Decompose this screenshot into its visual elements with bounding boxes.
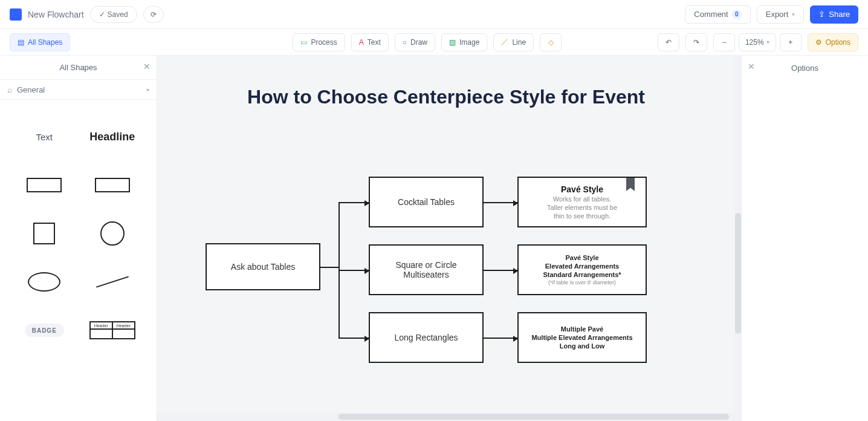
headline-sample: Headline xyxy=(89,131,135,143)
options-chip[interactable]: ⚙ Options xyxy=(808,33,858,51)
options-panel: ✕ Options xyxy=(741,56,868,421)
draw-icon: ○ xyxy=(403,38,407,47)
connector-arrow xyxy=(484,202,517,203)
node-pave-elevated-standard[interactable]: Pavé Style Elevated Arrangements Standar… xyxy=(517,244,647,295)
tool-line[interactable]: ／ Line xyxy=(493,33,534,51)
node-long-rectangles[interactable]: Long Rectangles xyxy=(369,312,484,363)
shape-table[interactable]: Header Header xyxy=(84,314,141,347)
process-icon: ▭ xyxy=(300,38,307,47)
share-button[interactable]: ⇪ Share xyxy=(810,5,858,24)
connector-arrow xyxy=(338,338,369,339)
shapes-panel: All Shapes ✕ ⌕ ▾ Text Headline BADGE Hea… xyxy=(0,56,157,421)
shape-text[interactable]: Text xyxy=(16,120,73,153)
node-footnote: (*if table is over 8' diameter) xyxy=(548,279,616,286)
node-line: Works for all tables. xyxy=(553,195,611,203)
document-title[interactable]: New Flowchart xyxy=(28,10,84,19)
image-icon: ▧ xyxy=(449,38,456,47)
zoom-value: 125% xyxy=(745,38,764,47)
zoom-in-button[interactable]: + xyxy=(780,33,802,51)
misc-icon: ◇ xyxy=(548,38,554,47)
shape-square[interactable] xyxy=(16,217,73,250)
comment-button[interactable]: Comment 0 xyxy=(685,5,750,24)
comment-count-badge: 0 xyxy=(732,10,742,19)
tool-process[interactable]: ▭ Process xyxy=(293,33,345,51)
shapes-icon: ▤ xyxy=(18,38,24,47)
close-icon[interactable]: ✕ xyxy=(143,62,151,71)
shape-search-input[interactable] xyxy=(17,85,141,94)
vertical-scrollbar[interactable] xyxy=(735,213,741,334)
table-header-b: Header xyxy=(112,322,135,329)
export-button[interactable]: Export ▾ xyxy=(757,5,805,24)
connector-arrow xyxy=(338,270,369,271)
node-square-circle[interactable]: Square or Circle Multiseaters xyxy=(369,244,484,295)
chevron-down-icon[interactable]: ▾ xyxy=(146,86,149,93)
node-label: Long Rectangles xyxy=(394,333,458,342)
tool-draw[interactable]: ○ Draw xyxy=(395,33,435,51)
canvas-area[interactable]: How to Choose Centerpiece Style for Even… xyxy=(157,56,741,421)
shape-headline[interactable]: Headline xyxy=(84,120,141,153)
node-label: Ask about Tables xyxy=(231,262,295,272)
undo-button[interactable]: ↶ xyxy=(658,33,679,51)
tool-misc[interactable]: ◇ xyxy=(540,33,562,51)
line-icon: ／ xyxy=(501,37,508,47)
node-label: Cocktail Tables xyxy=(398,197,455,207)
node-ask-tables[interactable]: Ask about Tables xyxy=(206,243,320,290)
shapes-panel-header: All Shapes ✕ xyxy=(0,56,157,80)
shape-ellipse[interactable] xyxy=(16,266,73,298)
connector-arrow xyxy=(338,202,369,203)
draw-label: Draw xyxy=(410,38,427,47)
export-label: Export xyxy=(766,10,789,19)
connector-arrow xyxy=(484,270,517,271)
text-sample: Text xyxy=(36,132,53,142)
node-line: Elevated Arrangements xyxy=(545,263,619,270)
shape-badge[interactable]: BADGE xyxy=(16,314,73,347)
canvas[interactable]: How to Choose Centerpiece Style for Even… xyxy=(157,56,735,413)
undo-icon: ↶ xyxy=(666,38,672,47)
refresh-icon: ⟳ xyxy=(151,10,157,19)
share-icon: ⇪ xyxy=(818,10,825,19)
shapes-panel-title: All Shapes xyxy=(59,63,97,72)
saved-indicator: ✓ Saved xyxy=(90,6,137,23)
saved-label: Saved xyxy=(108,10,128,19)
node-pave-style[interactable]: Pavé Style Works for all tables. Taller … xyxy=(517,177,647,227)
node-line: thin to see through. xyxy=(554,212,611,220)
shape-palette: Text Headline BADGE Header Header xyxy=(0,100,157,367)
node-line: Multiple Pavé xyxy=(561,325,603,333)
node-cocktail-tables[interactable]: Cocktail Tables xyxy=(369,177,484,227)
shape-rectangle-alt[interactable] xyxy=(84,169,141,201)
zoom-display[interactable]: 125% ▾ xyxy=(739,33,776,51)
options-panel-title: Options xyxy=(791,64,818,73)
diagram-title[interactable]: How to Choose Centerpiece Style for Even… xyxy=(157,86,735,108)
gear-icon: ⚙ xyxy=(815,38,822,47)
shape-rectangle[interactable] xyxy=(16,169,73,201)
toolbar: ▤ All Shapes ▭ Process A Text ○ Draw ▧ I… xyxy=(0,29,868,56)
shape-line[interactable] xyxy=(84,266,141,298)
search-icon: ⌕ xyxy=(7,85,12,94)
all-shapes-chip[interactable]: ▤ All Shapes xyxy=(10,33,70,51)
check-icon: ✓ xyxy=(99,10,105,19)
close-icon[interactable]: ✕ xyxy=(748,62,755,71)
share-label: Share xyxy=(829,10,850,19)
node-label: Square or Circle Multiseaters xyxy=(374,260,479,279)
options-label: Options xyxy=(826,38,850,47)
tool-image[interactable]: ▧ Image xyxy=(441,33,487,51)
badge-sample: BADGE xyxy=(25,324,64,337)
connector xyxy=(320,267,338,268)
redo-icon: ↷ xyxy=(693,38,699,47)
workspace: All Shapes ✕ ⌕ ▾ Text Headline BADGE Hea… xyxy=(0,56,868,421)
app-logo-icon[interactable] xyxy=(10,8,22,21)
node-heading: Pavé Style xyxy=(561,184,603,194)
process-label: Process xyxy=(311,38,337,47)
redo-button[interactable]: ↷ xyxy=(685,33,707,51)
history-button[interactable]: ⟳ xyxy=(143,6,164,23)
tool-text[interactable]: A Text xyxy=(351,33,389,51)
node-multiple-pave[interactable]: Multiple Pavé Multiple Elevated Arrangem… xyxy=(517,312,647,363)
shape-circle[interactable] xyxy=(84,217,141,250)
node-line: Multiple Elevated Arrangements xyxy=(531,334,632,341)
all-shapes-label: All Shapes xyxy=(28,38,62,47)
table-header-a: Header xyxy=(90,322,112,329)
node-line: Standard Arrangements* xyxy=(543,271,621,278)
comment-label: Comment xyxy=(694,10,728,19)
node-line: Taller elements must be xyxy=(547,204,617,211)
zoom-out-button[interactable]: − xyxy=(713,33,735,51)
